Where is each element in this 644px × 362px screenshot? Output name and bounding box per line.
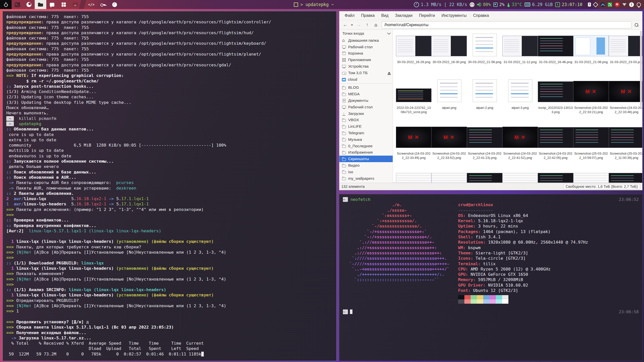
tray-bulb-icon[interactable] (637, 3, 641, 7)
file-item[interactable]: alpari.png (431, 77, 467, 123)
file-item[interactable]: 31-03-2022_11-12.png (502, 31, 538, 77)
sidebar-item-my-wallpapers[interactable]: my_wallpapers (339, 175, 393, 182)
file-item[interactable]: alpari-3.png (502, 77, 538, 123)
file-item[interactable]: Screenshot-(24-03-2022_22:42:05).png (538, 123, 573, 168)
menu-закладки[interactable]: Закладки (392, 11, 416, 20)
file-item[interactable]: 30-03-2022_16-30.png (431, 31, 467, 77)
terminal-line: :: Запускается полное обновление системы… (6, 159, 333, 164)
file-item[interactable]: 31-03-2022_16-46.png (538, 31, 573, 77)
workspace-windows[interactable] (58, 0, 69, 9)
sidebar-item-рабочий-стол[interactable]: Рабочий стол (339, 44, 393, 50)
tray-tri-icon[interactable] (622, 3, 626, 6)
sidebar-item-изображения[interactable]: Изображения (339, 149, 393, 156)
file-item[interactable] (396, 168, 431, 183)
file-item[interactable]: 31-03-2022_23-03.png (609, 31, 642, 77)
sidebar-item-0-последнее[interactable]: 0_Последнее (339, 143, 393, 149)
file-item[interactable]: Screenshot-(24-03-2022_22:41:23).png (467, 123, 502, 168)
sidebar-item-label: LinLIFE (348, 124, 361, 129)
workspace-files[interactable] (35, 0, 46, 9)
file-name: 31-03-2022_23-03.png (610, 60, 642, 64)
up-button[interactable]: ↑ (364, 21, 371, 28)
tray-info-icon[interactable] (629, 2, 634, 7)
sidebar-item-linlife[interactable]: LinLIFE (339, 123, 393, 130)
sidebar-item-blog[interactable]: BLOG (339, 84, 393, 91)
menu-перейти[interactable]: Перейти (416, 11, 438, 20)
tray-lock-icon[interactable] (588, 3, 591, 7)
file-item[interactable] (609, 168, 642, 183)
file-list-area[interactable]: 30-03-2022_16-29.png30-03-2022_16-30.png… (393, 30, 642, 183)
file-item[interactable]: Screenshot-(25-03-2022_10:59:07).png (573, 123, 609, 168)
globe-icon[interactable] (470, 2, 474, 7)
tray-mega-icon[interactable] (615, 2, 620, 7)
file-item[interactable] (538, 168, 573, 183)
scrollbar[interactable] (640, 31, 642, 106)
workspace-chat[interactable] (46, 0, 58, 9)
file-item[interactable]: Screenshot-(24-03-2022_22:41:52).png (502, 123, 538, 168)
file-item[interactable]: 30-03-2022_21-56.png (467, 31, 502, 77)
sidebar-item-музыка[interactable]: Музыка (339, 136, 393, 143)
cpu-chip-icon (493, 3, 498, 7)
menu-справка[interactable]: Справка (470, 11, 492, 20)
terminal-window-neofetch[interactable]: ~ neofetch 23:06:52 ./o. ./sssso- `:osss… (339, 194, 642, 361)
menu-вид[interactable]: Вид (378, 11, 392, 20)
file-item[interactable]: alpari-2.png (467, 77, 502, 123)
sidebar-item-vbox[interactable]: VBOX (339, 117, 393, 123)
password-manager-launcher[interactable] (97, 0, 109, 9)
menu-правка[interactable]: Правка (358, 11, 378, 20)
tray-arrowup-icon[interactable] (600, 2, 605, 7)
sidebar-mode-dropdown[interactable]: Точки входа (339, 30, 393, 37)
sidebar-item-устройства[interactable]: Устройства (339, 63, 393, 70)
sidebar-item-telegram[interactable]: Telegram (339, 130, 393, 136)
file-item[interactable]: Screenshot-(24-03-2022_22:33:21).png (573, 77, 609, 123)
neofetch-info-line: Packages: 1464 (pacman), 13 (flatpak) (458, 229, 588, 234)
sidebar-item-скриншоты[interactable]: Скриншоты (339, 156, 393, 162)
power-button[interactable] (0, 0, 12, 9)
neofetch-info-line: Theme: Sierra-light [GTK2/3] (458, 250, 588, 256)
sidebar-item-домашняя-папка[interactable]: Домашняя папка (339, 37, 393, 44)
sidebar-item-том-3-0-тб[interactable]: Том 3,0 ТБ (339, 70, 393, 76)
file-item[interactable] (431, 168, 467, 183)
file-item[interactable]: Screenshot-(24-03-2022_22:33:52).png (431, 123, 467, 168)
workspace-firefox[interactable] (23, 0, 35, 9)
path-bar[interactable]: /home/crud/Скриншоты (382, 21, 632, 28)
terminal-window-updatepkg[interactable]: файловая система: 775 пакет: 755предупре… (3, 11, 337, 361)
workspace-terminal[interactable] (12, 0, 23, 9)
sidebar-item-рабочий-стол[interactable]: Рабочий стол (339, 104, 393, 110)
code-editor-launcher[interactable]: </> (86, 0, 97, 9)
file-item[interactable]: ksnip_20220323-130133.png (538, 77, 573, 123)
file-item[interactable]: 31-03-2022_21-08.png (573, 31, 609, 77)
file-item[interactable]: 30-03-2022_16-29.png (396, 31, 431, 77)
file-item[interactable] (573, 168, 609, 183)
sidebar-item-приложения[interactable]: Приложения (339, 57, 393, 63)
search-button[interactable] (633, 21, 640, 28)
sidebar-item-mega[interactable]: MEGA (339, 91, 393, 97)
terminal-line: Dload Upload Total Spent Left Speed (6, 346, 333, 351)
sidebar-item-документы[interactable]: Документы (339, 97, 393, 104)
menu-инструменты[interactable]: Инструменты (438, 11, 470, 20)
file-item[interactable]: Screenshot-(25-03-2022_11:00:39).png (609, 123, 642, 168)
back-button[interactable]: ← (341, 21, 349, 28)
file-thumbnail (431, 173, 467, 183)
tray-signal-icon[interactable] (608, 3, 612, 7)
sidebar-item-корзина[interactable]: Корзина (339, 50, 393, 57)
back-history-dropdown[interactable]: ▾ (350, 21, 354, 28)
eject-icon[interactable] (388, 72, 391, 74)
sidebar-item-iso[interactable]: iso (339, 169, 393, 175)
volume-indicator[interactable]: 80% (477, 2, 491, 7)
file-name: 30-03-2022_16-29.png (397, 60, 430, 64)
file-item[interactable]: 2022-03-24-223742_1308x710_scrot.png (396, 77, 431, 123)
file-item[interactable]: Screenshot-(24-03-2022_22:33:46).png (609, 77, 642, 123)
forward-button[interactable]: → (355, 21, 363, 28)
sidebar-item-загрузки[interactable]: Загрузки (339, 110, 393, 117)
sidebar-item-cloud[interactable]: cloud (339, 76, 393, 83)
home-button[interactable]: ⌂ (372, 21, 380, 28)
terminal-line: ~ updatepkg (6, 121, 333, 126)
file-item[interactable] (467, 168, 502, 183)
music-player-launcher[interactable] (109, 0, 120, 9)
file-item[interactable]: Screenshot-(24-03-2022_22:33:49).png (396, 123, 431, 168)
tray-diamond-icon[interactable] (593, 2, 598, 7)
menu-файл[interactable]: Файл (341, 11, 358, 20)
file-item[interactable] (502, 168, 538, 183)
sidebar-item-видео[interactable]: Видео (339, 162, 393, 169)
file-manager-window[interactable]: ФайлПравкаВидЗакладкиПерейтиИнструментыС… (339, 11, 642, 190)
